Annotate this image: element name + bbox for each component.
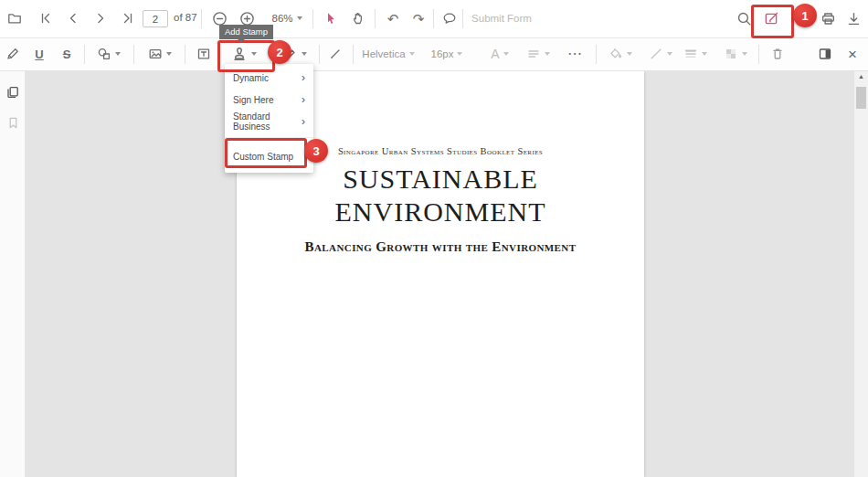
previous-page-button[interactable] [60,5,86,31]
chevron-left-icon [66,11,80,26]
submenu-chevron-icon: › [302,94,305,105]
pencil-tool-button[interactable] [0,40,26,68]
fill-color-icon [609,47,623,61]
stroke-color-dropdown[interactable] [643,40,678,68]
menu-item-standard-business[interactable]: Standard Business › [225,111,313,132]
pages-icon [5,85,20,100]
left-sidebar [0,71,26,477]
caret-down-icon [667,52,672,56]
pencil-icon [5,47,20,61]
print-button[interactable] [815,5,841,31]
menu-item-label: Dynamic [233,73,269,83]
callout-badge-1: 1 [793,4,817,27]
hand-icon [351,11,365,26]
submenu-chevron-icon: › [302,116,305,127]
bookmark-icon [6,116,20,130]
pan-tool-button[interactable] [345,5,371,31]
submit-form-label: Submit Form [471,13,532,24]
scroll-up-arrow-icon[interactable]: ▲ [854,73,868,80]
caret-down-icon [251,52,257,56]
ink-pen-tool-button[interactable] [322,40,349,68]
strikethrough-icon: S [63,48,71,61]
document-canvas[interactable]: Singapore Urban Systems Studies Booklet … [26,71,854,477]
strikethrough-tool-button[interactable]: S [53,40,80,68]
opacity-icon [724,47,738,61]
first-page-button[interactable] [33,5,58,31]
underline-tool-button[interactable]: U [26,40,53,68]
workspace: Singapore Urban Systems Studies Booklet … [0,71,868,477]
comment-button[interactable] [437,5,462,31]
undo-button[interactable]: ↶ [380,5,406,31]
edit-annotation-icon [764,11,779,26]
download-icon [846,11,862,26]
trash-icon [770,47,785,61]
first-page-icon [38,11,53,26]
submit-form-button[interactable]: Submit Form [470,5,534,31]
shapes-icon [97,47,111,61]
search-icon [736,11,752,26]
more-options-button[interactable]: ⋯ [561,40,588,68]
next-page-button[interactable] [88,5,113,31]
menu-separator [225,137,313,138]
scrollbar-thumb[interactable] [856,87,866,109]
top-toolbar: of 87 86% ↶ [0,0,868,38]
caret-down-icon [115,52,121,56]
submenu-chevron-icon: › [302,72,305,83]
cursor-arrow-icon [323,11,338,26]
speech-bubble-icon [442,11,457,26]
zoom-level-value: 86% [271,13,292,24]
annotate-mode-button[interactable] [758,5,784,31]
tooltip-arrow [238,39,245,43]
last-page-icon [121,11,135,26]
font-color-icon: A [491,47,499,61]
folder-icon [7,11,22,26]
menu-item-sign-here[interactable]: Sign Here › [225,89,313,111]
download-button[interactable] [841,5,866,31]
text-align-dropdown[interactable] [519,40,557,68]
search-button[interactable] [731,5,757,31]
text-box-tool-button[interactable] [190,40,217,68]
caret-down-icon [545,52,550,56]
edit-toolbar: U S [0,38,868,71]
shapes-tool-button[interactable] [90,40,128,68]
menu-item-custom-stamp[interactable]: Custom Stamp [225,143,313,169]
open-file-button[interactable] [2,5,27,31]
page-count-label: of 87 [174,12,197,23]
select-tool-button[interactable] [318,5,344,31]
font-family-dropdown[interactable]: Helvetica [360,40,417,68]
menu-item-dynamic[interactable]: Dynamic › [225,67,313,89]
ellipsis-icon: ⋯ [567,47,582,61]
font-family-value: Helvetica [362,48,405,59]
ink-pen-icon [328,47,343,61]
font-color-dropdown[interactable]: A [484,40,515,68]
opacity-dropdown[interactable] [716,40,755,68]
last-page-button[interactable] [115,5,141,31]
font-size-dropdown[interactable]: 16px [426,40,468,68]
stroke-color-icon [649,47,663,61]
vertical-scrollbar[interactable]: ▲ [854,71,868,477]
close-toolbar-button[interactable]: × [839,40,866,68]
page-thumbnails-button[interactable] [3,82,23,102]
divider [84,45,85,64]
divider [758,45,759,64]
panel-toggle-button[interactable] [811,40,839,68]
redo-button[interactable]: ↷ [406,5,431,31]
fill-color-dropdown[interactable] [601,40,640,68]
divider [133,45,134,64]
font-size-value: 16px [431,48,454,59]
line-thickness-dropdown[interactable] [676,40,715,68]
caret-down-icon [302,52,307,56]
caret-down-icon [702,52,707,56]
zoom-out-icon [212,11,228,26]
caret-down-icon [627,52,632,56]
menu-item-label: Standard Business [233,111,302,132]
divider [462,9,463,28]
page-number-input[interactable] [143,10,168,27]
divider [319,45,320,64]
image-icon [148,47,163,61]
delete-annotation-button[interactable] [764,40,791,68]
divider [201,9,202,28]
image-tool-button[interactable] [141,40,179,68]
zoom-in-icon [239,11,255,26]
bookmarks-button[interactable] [3,112,23,132]
